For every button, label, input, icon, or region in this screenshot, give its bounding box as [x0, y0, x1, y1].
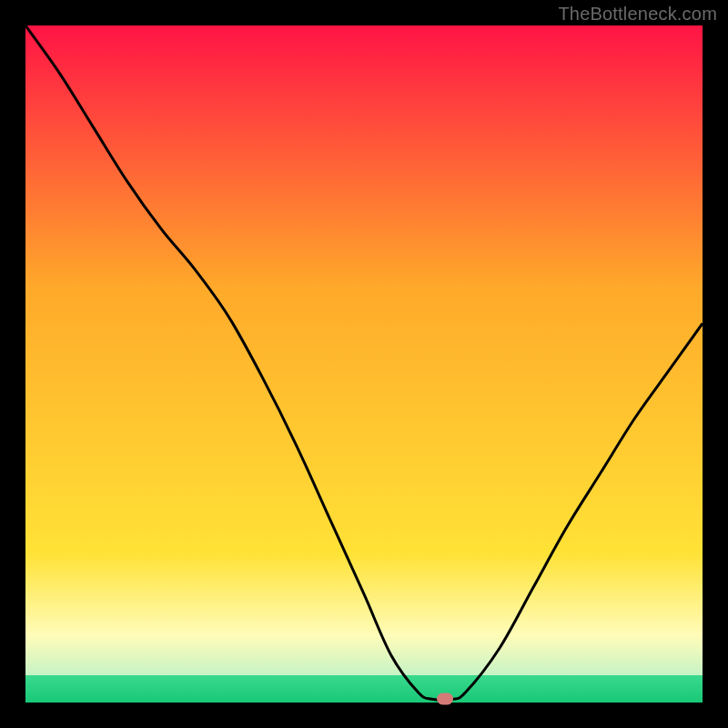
optimal-point-marker — [437, 693, 453, 705]
chart-frame: TheBottleneck.com — [0, 0, 728, 728]
watermark-text: TheBottleneck.com — [558, 4, 717, 25]
gradient-band — [25, 25, 703, 553]
plot-area — [25, 25, 703, 703]
gradient-band — [25, 553, 703, 634]
gradient-band — [25, 675, 703, 703]
gradient-band — [25, 635, 703, 676]
